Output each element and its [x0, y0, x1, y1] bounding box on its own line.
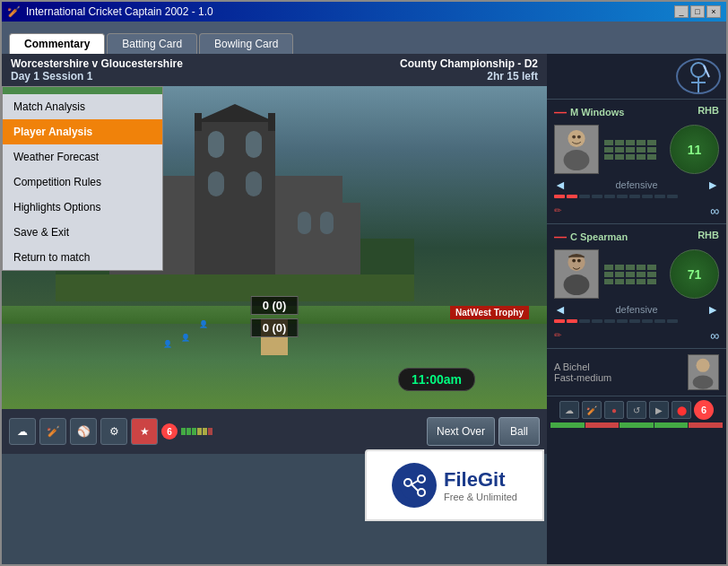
svg-point-19 [691, 63, 706, 77]
competition-label: County Championship - D2 [400, 57, 538, 70]
menu-competition-rules[interactable]: Competition Rules [3, 170, 162, 195]
filegit-title: FileGit [444, 468, 517, 492]
bowler-info: A Bichel Fast-medium [554, 361, 680, 383]
batsman-1-name-area: — M Windows [554, 105, 624, 119]
menu-return-to-match[interactable]: Return to match [3, 245, 162, 270]
icons-top-row: ☁ 🏏 ● ↺ ▶ ⬤ 6 [559, 400, 714, 420]
svg-point-34 [696, 359, 709, 372]
right-panel: — M Windows RHB [547, 54, 726, 564]
batsman-2-shot-control: ◄ defensive ► [554, 302, 719, 317]
ctrl-cloud-icon[interactable]: ☁ [9, 418, 36, 445]
minus-icon-1: — [554, 105, 567, 119]
svg-rect-16 [298, 212, 311, 234]
speed-badge: 6 [161, 423, 178, 440]
bowler-type: Fast-medium [554, 372, 680, 383]
batsman-1-stance: defensive [615, 179, 657, 190]
replay-icon[interactable]: ↺ [627, 401, 646, 419]
bottom-controls: ☁ 🏏 ⚾ ⚙ ★ 6 [2, 409, 547, 454]
svg-point-31 [572, 259, 576, 263]
stat-row-3 [604, 154, 664, 160]
next-over-button[interactable]: Next Over [427, 417, 495, 446]
infinity-icon-1: ∞ [710, 204, 719, 218]
speed-pip-3 [192, 428, 196, 435]
batsman-2-stance: defensive [615, 304, 657, 315]
svg-point-24 [568, 130, 585, 147]
batsman-1-header: — M Windows RHB [554, 105, 719, 119]
batsman-2-photo [554, 249, 599, 299]
batsman-2-left-arrow[interactable]: ◄ [554, 302, 567, 317]
title-icon: 🏏 [7, 5, 21, 18]
weather-icon[interactable]: ☁ [559, 401, 579, 419]
batsman-2-body: 71 [554, 249, 719, 299]
svg-point-35 [693, 376, 714, 389]
player-figure-2: 👤 [199, 320, 208, 328]
tab-bar: Commentary Batting Card Bowling Card [2, 22, 726, 54]
titlebar: 🏏 International Cricket Captain 2002 - 1… [2, 2, 726, 22]
menu-weather-forecast[interactable]: Weather Forecast [3, 144, 162, 170]
svg-rect-8 [208, 131, 224, 158]
menu-overlay: Match Analysis Player Analysis Weather F… [2, 86, 163, 271]
batsman-1-hand: RHB [698, 105, 719, 119]
logo-area [547, 54, 726, 99]
forward-icon[interactable]: ▶ [649, 401, 669, 419]
bat-icon-small[interactable]: 🏏 [582, 401, 602, 419]
infinity-icon-2: ∞ [710, 328, 719, 343]
score-1: 0 (0) [251, 296, 299, 315]
svg-rect-9 [246, 131, 262, 158]
batsman-1-photo [554, 125, 599, 174]
close-button[interactable]: × [706, 5, 721, 18]
minus-icon-2: — [554, 230, 567, 244]
batsman-2-card: — C Spearman RHB [547, 223, 726, 348]
batsman-2-header: — C Spearman RHB [554, 230, 719, 244]
indicator-red [585, 422, 620, 428]
svg-point-27 [577, 135, 581, 139]
time-left-label: 2hr 15 left [400, 70, 538, 83]
speed-indicator [181, 428, 212, 435]
natwest-banner: NatWest Trophy [450, 306, 529, 319]
player-figure-1: 👤 [181, 334, 190, 342]
window: 🏏 International Cricket Captain 2002 - 1… [0, 0, 728, 566]
tab-bowling-card[interactable]: Bowling Card [199, 33, 293, 54]
menu-header [3, 87, 162, 94]
menu-highlights-options[interactable]: Highlights Options [3, 195, 162, 220]
pencil-icon-2: ✏ [554, 330, 561, 340]
maximize-button[interactable]: □ [690, 5, 705, 18]
ball-button[interactable]: Ball [498, 417, 540, 446]
batsman-1-stats [604, 140, 664, 160]
stat-row-5 [604, 272, 664, 277]
menu-save-exit[interactable]: Save & Exit [3, 220, 162, 245]
batsman-2-hand: RHB [698, 230, 719, 244]
red-ball-icon[interactable]: ⬤ [672, 401, 691, 419]
minimize-button[interactable]: _ [674, 5, 689, 18]
svg-rect-17 [320, 212, 334, 234]
ctrl-star-icon[interactable]: ★ [131, 418, 158, 445]
indicator-green2 [620, 422, 654, 428]
icons-bottom-row [550, 422, 723, 428]
player-figure-3: 👤 [163, 340, 172, 348]
batsman-1-right-arrow[interactable]: ► [706, 178, 719, 192]
batsman-1-aggression [554, 195, 719, 198]
ctrl-settings-icon[interactable]: ⚙ [100, 418, 127, 445]
stat-row-4 [604, 265, 664, 270]
svg-point-32 [577, 259, 581, 263]
match-info-right: County Championship - D2 2hr 15 left [400, 57, 538, 83]
batsman-1-left-arrow[interactable]: ◄ [554, 178, 567, 192]
batsman-1-extras: ✏ ∞ [554, 201, 719, 218]
svg-rect-4 [195, 122, 275, 283]
svg-rect-6 [195, 113, 202, 131]
speed-badge-right: 6 [694, 400, 714, 420]
svg-point-30 [564, 274, 590, 295]
tab-commentary[interactable]: Commentary [9, 33, 105, 54]
menu-match-analysis[interactable]: Match Analysis [3, 94, 162, 119]
batsman-2-aggression [554, 319, 719, 323]
batsman-2-right-arrow[interactable]: ► [706, 302, 719, 317]
menu-player-analysis[interactable]: Player Analysis [3, 119, 162, 144]
ctrl-bat-icon[interactable]: 🏏 [39, 418, 66, 445]
ctrl-ball-icon[interactable]: ⚾ [70, 418, 97, 445]
indicator-red2 [689, 422, 723, 428]
ball-icon-small[interactable]: ● [604, 401, 624, 419]
speed-pip-5 [203, 428, 207, 435]
titlebar-controls[interactable]: _ □ × [674, 5, 721, 18]
tab-batting-card[interactable]: Batting Card [107, 33, 197, 54]
score-overlay: 0 (0) 0 (0) [251, 296, 299, 337]
